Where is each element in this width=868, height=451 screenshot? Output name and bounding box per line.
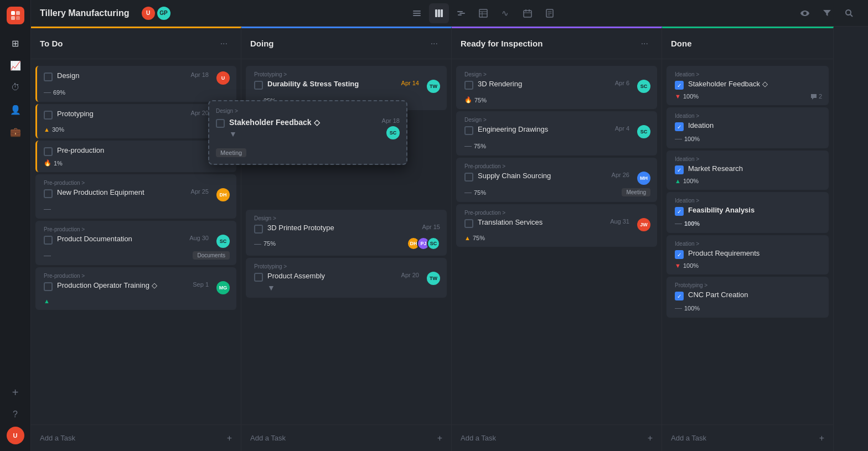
task-checkbox[interactable]: ✓ xyxy=(675,250,684,259)
task-checkbox[interactable] xyxy=(44,282,53,291)
svg-rect-3 xyxy=(16,16,20,20)
task-checkbox[interactable]: ✓ xyxy=(675,207,684,216)
column-inspection: Ready for Inspection ··· Design > 3D Ren… xyxy=(452,27,662,451)
task-date: Apr 6 xyxy=(615,80,629,86)
task-checkbox[interactable] xyxy=(254,81,263,90)
task-breadcrumb: Pre-production > xyxy=(44,273,230,279)
task-checkbox[interactable] xyxy=(44,147,53,156)
task-checkbox[interactable]: ✓ xyxy=(675,292,684,300)
column-doing-menu[interactable]: ··· xyxy=(426,37,442,51)
task-title: Production Operator Training ◇ xyxy=(57,281,188,291)
svg-rect-10 xyxy=(457,11,463,12)
task-card[interactable]: Prototyping > Product Assembly ▼ Apr 20 … xyxy=(246,258,447,298)
task-checkbox[interactable]: ✓ xyxy=(675,122,684,131)
add-task-inspection[interactable]: Add a Task + xyxy=(452,424,662,451)
add-task-doing[interactable]: Add a Task + xyxy=(241,424,451,451)
task-card[interactable]: Pre-production > Production Operator Tra… xyxy=(35,267,236,310)
filter-icon[interactable] xyxy=(817,3,837,23)
column-todo-menu[interactable]: ··· xyxy=(216,37,232,51)
task-card[interactable]: Design > Engineering Drawings Apr 4 SC —… xyxy=(456,111,657,155)
task-checkbox[interactable] xyxy=(464,81,473,90)
task-title: Ideation xyxy=(688,121,822,131)
task-breadcrumb: Pre-production > xyxy=(464,210,650,216)
task-card[interactable]: Ideation > ✓ Product Requirements ▼ 100% xyxy=(666,235,829,274)
topbar-avatar-1[interactable]: U xyxy=(141,6,156,21)
task-card[interactable]: Ideation > ✓ Stakeholder Feedback ◇ ▼ 10… xyxy=(666,66,829,105)
task-badge: Documents xyxy=(193,251,230,260)
app-logo[interactable] xyxy=(7,7,24,24)
sidebar-help-icon[interactable]: ? xyxy=(6,405,25,424)
view-chart-icon[interactable]: ∿ xyxy=(495,3,515,23)
task-title: 3D Rendering xyxy=(478,80,611,89)
sidebar-portfolio-icon[interactable]: 💼 xyxy=(6,122,25,142)
task-checkbox[interactable]: ✓ xyxy=(675,81,684,90)
task-checkbox[interactable] xyxy=(254,273,263,282)
task-title: Feasibility Analysis xyxy=(688,206,822,215)
sidebar-analytics-icon[interactable]: 📈 xyxy=(6,55,25,75)
task-checkbox[interactable] xyxy=(464,219,473,228)
view-list-icon[interactable] xyxy=(407,3,427,23)
task-progress: — 100% xyxy=(675,219,700,227)
task-card[interactable]: Pre-production > New Production Equipmen… xyxy=(35,174,236,219)
task-checkbox[interactable]: ✓ xyxy=(675,165,684,174)
task-card[interactable]: Ideation > ✓ Feasibility Analysis — 100% xyxy=(666,192,829,233)
task-checkbox[interactable] xyxy=(464,126,473,135)
task-checkbox[interactable] xyxy=(44,111,53,120)
sidebar-user-avatar[interactable]: U xyxy=(7,427,24,444)
task-card[interactable]: Prototyping Apr 20 U ▲ 30% xyxy=(35,104,236,138)
task-card[interactable]: Pre-production > Translation Services Au… xyxy=(456,204,657,247)
task-card[interactable]: Ideation > ✓ Market Research ▲ 100% xyxy=(666,151,829,190)
task-checkbox[interactable] xyxy=(464,173,473,182)
task-card[interactable]: Prototyping > ✓ CNC Part Creation — 100% xyxy=(666,277,829,318)
svg-line-26 xyxy=(850,14,852,17)
column-inspection-menu[interactable]: ··· xyxy=(637,37,653,51)
task-checkbox[interactable] xyxy=(254,225,263,234)
column-doing: Doing ··· Prototyping > Durability & Str… xyxy=(241,27,452,451)
column-done-body: Ideation > ✓ Stakeholder Feedback ◇ ▼ 10… xyxy=(662,59,833,424)
view-timeline-icon[interactable] xyxy=(451,3,471,23)
task-checkbox[interactable] xyxy=(44,189,53,198)
task-card[interactable]: Design Apr 18 U — 69% xyxy=(35,66,236,102)
svg-rect-1 xyxy=(16,11,20,15)
view-calendar-icon[interactable] xyxy=(518,3,538,23)
task-card[interactable]: Design > 3D Rendering Apr 6 SC 🔥 75% xyxy=(456,66,657,109)
svg-rect-13 xyxy=(479,9,487,17)
sidebar-home-icon[interactable]: ⊞ xyxy=(6,33,25,53)
add-task-todo[interactable]: Add a Task + xyxy=(31,424,241,451)
task-avatar: JW xyxy=(637,218,650,231)
sidebar-people-icon[interactable]: 👤 xyxy=(6,100,25,120)
task-card[interactable]: Design > 3D Printed Prototype Apr 15 — 7… xyxy=(246,210,447,256)
task-date: Sep 1 xyxy=(193,281,209,288)
visibility-icon[interactable] xyxy=(795,3,815,23)
sidebar-add-icon[interactable]: + xyxy=(6,382,25,402)
task-progress: ▼ 100% xyxy=(675,93,699,100)
task-card[interactable]: Ideation > ✓ Ideation — 100% xyxy=(666,107,829,148)
view-table-icon[interactable] xyxy=(473,3,493,23)
task-breadcrumb: Ideation > xyxy=(675,113,822,119)
task-title: New Production Equipment xyxy=(57,188,187,198)
task-checkbox[interactable] xyxy=(44,72,53,81)
task-progress: ▼ 100% xyxy=(675,262,699,269)
topbar-avatar-2[interactable]: GP xyxy=(156,6,172,21)
task-date: Apr 25 xyxy=(191,188,209,195)
search-icon[interactable] xyxy=(839,3,859,23)
task-card[interactable]: Pre-production > Supply Chain Sourcing A… xyxy=(456,158,657,202)
task-title: 3D Printed Prototype xyxy=(267,224,418,233)
task-date: Apr 26 xyxy=(612,172,629,178)
task-date: Apr 20 xyxy=(401,272,419,278)
view-doc-icon[interactable] xyxy=(540,3,560,23)
column-inspection-body: Design > 3D Rendering Apr 6 SC 🔥 75% xyxy=(452,59,662,424)
column-doing-body: Prototyping > Durability & Stress Testin… xyxy=(241,59,451,424)
view-board-icon[interactable] xyxy=(429,3,449,23)
task-breadcrumb: Design > xyxy=(254,215,440,221)
drag-arrow-icon: ▼ xyxy=(241,129,378,138)
task-card[interactable]: Pre-production 🔥 1% xyxy=(35,141,236,172)
task-progress: — 69% xyxy=(44,88,65,96)
task-checkbox[interactable] xyxy=(44,236,53,245)
task-card[interactable]: Pre-production > Product Documentation A… xyxy=(35,221,236,265)
sidebar-time-icon[interactable]: ⏱ xyxy=(6,77,25,97)
task-avatars: DH PJ SC xyxy=(407,237,440,250)
svg-rect-11 xyxy=(459,13,465,14)
svg-rect-6 xyxy=(413,15,421,16)
add-task-done[interactable]: Add a Task + xyxy=(662,424,833,451)
